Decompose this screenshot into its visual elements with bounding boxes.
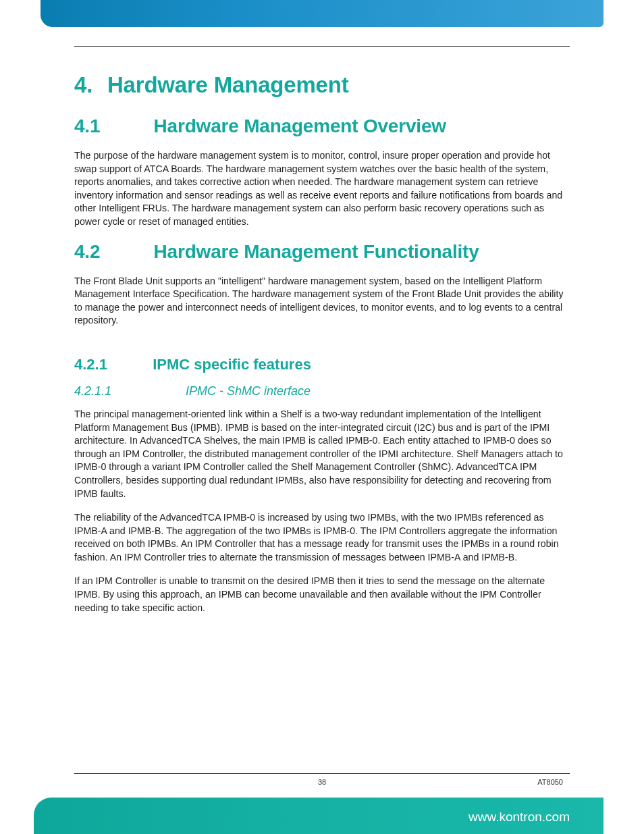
paragraph-4-2: The Front Blade Unit supports an "intell… (74, 275, 570, 328)
document-code: AT8050 (537, 778, 563, 786)
heading-number: 4.1 (74, 115, 149, 137)
heading-number: 4.2 (74, 241, 149, 263)
heading-number: 4.2.1 (74, 356, 149, 373)
heading-title: IPMC - ShMC interface (186, 384, 311, 398)
heading-number: 4.2.1.1 (74, 384, 182, 398)
heading-4-2-1: 4.2.1 IPMC specific features (74, 356, 570, 373)
page-content: 4. Hardware Management 4.1 Hardware Mana… (74, 46, 570, 780)
paragraph-4-2-1-1-a: The principal management-oriented link w… (74, 408, 570, 500)
heading-number: 4. (74, 72, 101, 98)
heading-4: 4. Hardware Management (74, 72, 570, 98)
heading-title: Hardware Management Overview (154, 115, 446, 136)
paragraph-4-1: The purpose of the hardware management s… (74, 149, 570, 229)
heading-4-1: 4.1 Hardware Management Overview (74, 115, 570, 137)
paragraph-4-2-1-1-b: The reliability of the AdvancedTCA IPMB-… (74, 511, 570, 564)
website-url: www.kontron.com (468, 810, 570, 825)
paragraph-4-2-1-1-c: If an IPM Controller is unable to transm… (74, 575, 570, 615)
heading-title: Hardware Management (107, 72, 348, 97)
heading-4-2: 4.2 Hardware Management Functionality (74, 241, 570, 263)
footer-rule (74, 773, 570, 774)
heading-title: Hardware Management Functionality (154, 241, 479, 262)
top-banner (41, 0, 603, 27)
heading-title: IPMC specific features (153, 356, 311, 373)
heading-4-2-1-1: 4.2.1.1 IPMC - ShMC interface (74, 384, 570, 398)
